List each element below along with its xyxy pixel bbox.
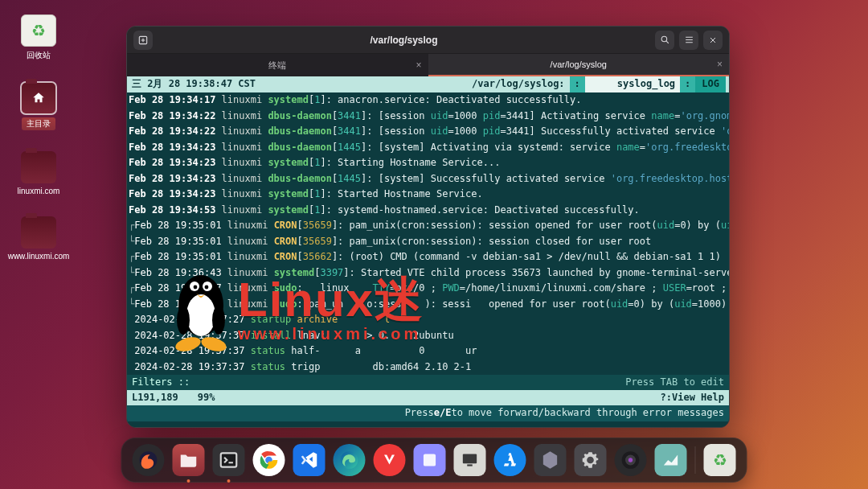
- status-bar: L191,189 99% ?:View Help: [127, 390, 729, 405]
- svg-point-22: [628, 458, 633, 462]
- stats-icon[interactable]: [655, 444, 687, 476]
- tab-syslog-label: /var/log/syslog: [551, 60, 607, 69]
- tabs-bar: 终端 × /var/log/syslog ×: [127, 54, 729, 76]
- screenshot-icon[interactable]: [414, 444, 446, 476]
- chrome-icon[interactable]: [253, 444, 285, 476]
- hint-pre: Press: [405, 405, 434, 421]
- settings-hex-icon[interactable]: [534, 444, 567, 476]
- desktop-icons: ♻ 回收站 主目录 linuxmi.com www.linuxmi.com: [14, 14, 63, 261]
- topbar-cursor2: :: [680, 76, 695, 92]
- topbar-path: /var/log/syslog:: [467, 76, 570, 92]
- trash-icon[interactable]: ♻ 回收站: [14, 14, 63, 61]
- vivaldi-icon[interactable]: [374, 444, 406, 476]
- topbar-mode: LOG: [695, 76, 726, 92]
- tab-terminal[interactable]: 终端 ×: [127, 54, 428, 76]
- titlebar[interactable]: /var/log/syslog: [127, 27, 729, 54]
- obs-icon[interactable]: [615, 444, 647, 476]
- log-topbar: 三 2月 28 19:38:47 CST /var/log/syslog: : …: [127, 76, 729, 92]
- hint-bar: Press e/E to move forward/backward throu…: [127, 405, 729, 421]
- folder-www-label: www.linuxmi.com: [8, 252, 70, 261]
- status-help: ?:View Help: [661, 390, 724, 406]
- topbar-cursor: :: [570, 76, 585, 92]
- monitor-icon[interactable]: [454, 444, 486, 476]
- topbar-name: syslog_log: [585, 76, 680, 92]
- dock: ♻: [121, 438, 747, 483]
- folder-linuxmi-label: linuxmi.com: [18, 187, 60, 195]
- home-folder[interactable]: 主目录: [14, 82, 63, 130]
- folder-www-linuxmi[interactable]: www.linuxmi.com: [14, 216, 63, 261]
- filters-label: Filters ::: [132, 375, 190, 391]
- svg-point-1: [661, 36, 667, 42]
- hint-post: to move forward/backward through error m…: [451, 405, 724, 421]
- tab-syslog-close-icon[interactable]: ×: [717, 59, 723, 70]
- svg-rect-19: [467, 464, 473, 466]
- folder-linuxmi[interactable]: linuxmi.com: [14, 151, 63, 195]
- svg-rect-13: [221, 453, 237, 466]
- window-title: /var/log/syslog: [370, 35, 437, 46]
- filters-bar[interactable]: Filters :: Press TAB to edit: [127, 375, 729, 390]
- hint-key: e/E: [434, 405, 452, 421]
- close-button[interactable]: [703, 31, 723, 50]
- dock-trash-icon[interactable]: ♻: [704, 444, 736, 476]
- tab-syslog[interactable]: /var/log/syslog ×: [428, 54, 730, 76]
- tab-terminal-close-icon[interactable]: ×: [416, 60, 421, 71]
- search-button[interactable]: [655, 31, 674, 50]
- files-icon[interactable]: [173, 444, 205, 476]
- editor-window: /var/log/syslog 终端 × /var/log/syslog × 三…: [126, 26, 730, 428]
- terminal-icon[interactable]: [213, 444, 245, 476]
- home-label: 主目录: [22, 117, 55, 130]
- filters-hint: Press TAB to edit: [625, 375, 724, 391]
- firefox-icon[interactable]: [133, 444, 165, 476]
- svg-rect-17: [424, 454, 436, 466]
- log-lines[interactable]: Feb 28 19:34:17 linuxmi systemd[1]: anac…: [127, 92, 729, 375]
- edge-icon[interactable]: [334, 444, 366, 476]
- status-pct: 99%: [198, 390, 215, 406]
- vscode-icon[interactable]: [293, 444, 326, 476]
- trash-label: 回收站: [27, 50, 51, 61]
- topbar-date: 三 2月 28 19:38:47 CST: [132, 76, 256, 92]
- tab-terminal-label: 终端: [268, 60, 286, 72]
- svg-rect-18: [463, 454, 477, 463]
- new-tab-button[interactable]: [133, 31, 153, 50]
- appstore-icon[interactable]: [494, 444, 526, 476]
- menu-button[interactable]: [679, 31, 698, 50]
- log-viewer[interactable]: 三 2月 28 19:38:47 CST /var/log/syslog: : …: [127, 76, 729, 427]
- status-pos: L191,189: [132, 390, 178, 406]
- gear-icon[interactable]: [575, 444, 607, 476]
